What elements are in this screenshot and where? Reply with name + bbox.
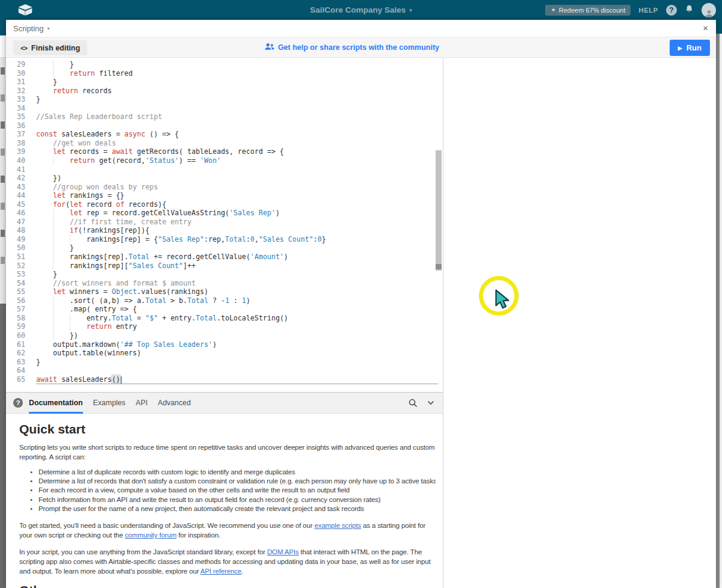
code-line[interactable]: //get won deals	[36, 139, 433, 148]
script-title-dropdown[interactable]: Scripting ▾	[13, 24, 50, 33]
base-title[interactable]: SailCore Company Sales ▾	[310, 0, 412, 20]
tab-advanced[interactable]: Advanced	[158, 393, 191, 414]
code-line[interactable]: }	[36, 358, 433, 367]
tab-examples[interactable]: Examples	[93, 393, 126, 414]
doc-link[interactable]: API reference	[200, 568, 241, 575]
search-icon[interactable]	[409, 399, 418, 408]
code-line[interactable]: }	[36, 95, 433, 104]
code-line[interactable]: let rankings = {}	[36, 191, 433, 200]
line-number: 37	[6, 130, 36, 139]
line-number: 50	[6, 243, 36, 253]
quick-start-heading: Quick start	[19, 422, 436, 436]
code-line[interactable]: return get(record,'Status') == 'Won'	[36, 156, 433, 165]
line-number: 62	[6, 349, 36, 358]
docs-content: Quick start Scripting lets you write sho…	[6, 414, 443, 588]
code-line[interactable]: }	[36, 78, 433, 87]
line-number: 58	[6, 314, 36, 323]
people-icon	[265, 43, 274, 52]
code-line[interactable]: //sort winners and format $ amount	[36, 279, 433, 288]
code-line[interactable]: output.table(winners)	[36, 349, 433, 358]
tab-documentation[interactable]: Documentation	[29, 393, 83, 414]
code-line[interactable]: for(let record of records){	[36, 200, 433, 209]
tab-api[interactable]: API	[136, 393, 148, 414]
code-line[interactable]: let winners = Object.values(rankings)	[36, 287, 433, 296]
line-number: 39	[6, 147, 36, 156]
line-number: 53	[6, 270, 36, 279]
code-line[interactable]: await salesLeaders()	[36, 375, 433, 384]
dialog-titlebar: Scripting ▾ ×	[6, 20, 716, 37]
user-avatar[interactable]	[702, 3, 716, 17]
code-line[interactable]: output.markdown('## Top Sales Leaders')	[36, 340, 433, 349]
sparkle-icon: ✦	[551, 7, 555, 13]
doc-link[interactable]: community forum	[125, 531, 177, 539]
scrollbar-thumb[interactable]	[716, 34, 720, 588]
code-line[interactable]	[36, 104, 433, 113]
code-editor[interactable]: 2930313233343536373839404142434445464748…	[6, 58, 443, 392]
line-number: 47	[6, 218, 36, 227]
background-page-left-edge	[0, 20, 6, 588]
code-line[interactable]: rankings[rep]["Sales Count"]++	[36, 262, 433, 271]
collapse-chevron-icon[interactable]	[427, 400, 434, 405]
code-line[interactable]: //Sales Rep Leaderboard script	[36, 112, 433, 121]
close-icon[interactable]: ×	[703, 23, 708, 33]
code-line[interactable]: }	[36, 243, 433, 253]
line-number: 56	[6, 296, 36, 305]
line-number: 52	[6, 262, 36, 271]
discount-label: Redeem 67% discount	[559, 7, 626, 14]
line-number: 33	[6, 95, 36, 104]
code-line[interactable]: })	[36, 331, 433, 340]
code-line[interactable]: return records	[36, 87, 433, 96]
code-line[interactable]: const salesLeaders = async () => {	[36, 130, 433, 139]
doc-text: To get started, you'll need a basic unde…	[19, 522, 315, 529]
code-line[interactable]: }	[36, 60, 433, 69]
help-menu[interactable]: HELP	[638, 7, 658, 14]
line-number: 64	[6, 366, 36, 375]
doc-text: for inspiration.	[176, 531, 220, 539]
code-line[interactable]: let records = await getRecords( tableLea…	[36, 147, 433, 156]
doc-link[interactable]: DOM APIs	[267, 548, 298, 556]
base-title-label: SailCore Company Sales	[310, 5, 406, 14]
code-line[interactable]: //group won deals by reps	[36, 183, 433, 192]
finish-editing-label: Finish editing	[31, 44, 80, 52]
code-line[interactable]: if(!rankings[rep]){	[36, 226, 433, 235]
code-line[interactable]: let rep = record.getCellValueAsString('S…	[36, 209, 433, 218]
question-icon[interactable]: ?	[666, 5, 677, 16]
page-scrollbar[interactable]	[716, 20, 722, 588]
line-number: 32	[6, 87, 36, 96]
docs-bullet-list: Determine a list of duplicate records wi…	[19, 468, 436, 513]
code-line[interactable]: .sort( (a,b) => a.Total > b.Total ? -1 :…	[36, 296, 433, 305]
doc-bullet: Fetch information from an API and write …	[25, 495, 436, 504]
app-header: SailCore Company Sales ▾ ✦ Redeem 67% di…	[0, 0, 722, 20]
code-line[interactable]	[36, 121, 433, 130]
doc-bullet: Determine a list of records that don't s…	[25, 477, 436, 486]
code-line[interactable]	[36, 366, 433, 375]
code-line[interactable]: }	[36, 270, 433, 279]
code-line[interactable]: //if first time, create entry	[36, 218, 433, 227]
code-line[interactable]: rankings[rep].Total += record.getCellVal…	[36, 253, 433, 262]
run-button[interactable]: ▶ Run	[670, 40, 710, 56]
doc-link[interactable]: example scripts	[315, 522, 362, 529]
code-line[interactable]: return filtered	[36, 69, 433, 78]
discount-badge[interactable]: ✦ Redeem 67% discount	[545, 5, 631, 16]
community-help-link[interactable]: Get help or share scripts with the commu…	[265, 43, 439, 52]
finish-editing-button[interactable]: <> Finish editing	[13, 40, 87, 55]
line-number: 43	[6, 183, 36, 192]
code-line[interactable]	[36, 165, 433, 174]
editor-scrollbar-thumb[interactable]	[436, 150, 442, 271]
code-line[interactable]: return entry	[36, 322, 433, 331]
line-number: 42	[6, 174, 36, 183]
code-line[interactable]: entry.Total = "$" + entry.Total.toLocale…	[36, 314, 433, 323]
code-line[interactable]: })	[36, 174, 433, 183]
line-number-gutter: 2930313233343536373839404142434445464748…	[6, 60, 36, 384]
airtable-logo-icon[interactable]	[18, 4, 32, 19]
docs-paragraph: To get started, you'll need a basic unde…	[19, 521, 436, 540]
doc-bullet: Determine a list of duplicate records wi…	[25, 468, 436, 477]
code-lines[interactable]: } return filtered } return records}//Sal…	[36, 60, 433, 384]
code-line[interactable]: .map( entry => {	[36, 305, 433, 314]
code-line[interactable]: rankings[rep] = {"Sales Rep":rep,Total:0…	[36, 235, 433, 244]
line-number: 45	[6, 200, 36, 209]
line-number: 63	[6, 358, 36, 367]
bell-icon[interactable]	[685, 4, 694, 16]
line-number: 44	[6, 191, 36, 200]
line-number: 31	[6, 78, 36, 87]
